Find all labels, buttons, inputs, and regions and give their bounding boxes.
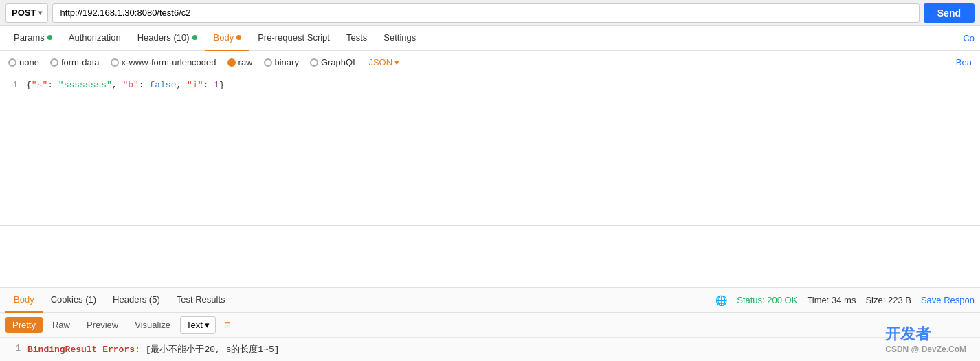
- radio-binary[interactable]: binary: [264, 57, 299, 67]
- save-response-button[interactable]: Save Respon: [921, 295, 975, 305]
- resp-tab-body-label: Body: [14, 294, 34, 305]
- resp-binding-value: [最小不能小于20, s的长度1~5]: [146, 344, 280, 355]
- json-format-label: JSON: [368, 57, 392, 67]
- request-tabs-bar: Params Authorization Headers (10) Body P…: [0, 26, 980, 51]
- code-colon-1: :: [47, 80, 58, 90]
- response-section: Body Cookies (1) Headers (5) Test Result…: [0, 287, 980, 361]
- code-comma-2: ,: [176, 80, 187, 90]
- resp-content-1: BindingResult Errors: [最小不能小于20, s的长度1~5…: [27, 343, 280, 355]
- code-key-s: "s": [32, 80, 47, 90]
- code-editor[interactable]: 1 {"s": "ssssssss", "b": false, "i": 1}: [0, 74, 980, 287]
- tab-body[interactable]: Body: [205, 26, 250, 51]
- headers-dot-icon: [192, 35, 197, 40]
- beautify-button[interactable]: Bea: [956, 57, 972, 67]
- tab-pre-request[interactable]: Pre-request Script: [249, 26, 338, 51]
- response-size: Size: 223 B: [865, 295, 911, 305]
- radio-urlencoded-label: x-www-form-urlencoded: [122, 57, 216, 67]
- radio-urlencoded-circle: [111, 58, 119, 67]
- response-time: Time: 34 ms: [807, 295, 856, 305]
- resp-tab-test-results[interactable]: Test Results: [168, 288, 234, 313]
- radio-raw[interactable]: raw: [227, 57, 253, 67]
- code-comma-1: ,: [112, 80, 123, 90]
- status-badge: Status: 200 OK: [737, 295, 797, 305]
- radio-binary-label: binary: [275, 57, 299, 67]
- method-label: POST: [12, 8, 36, 18]
- sub-tab-visualize-label: Visualize: [135, 320, 170, 330]
- tab-headers[interactable]: Headers (10): [129, 26, 205, 51]
- code-key-b: "b": [122, 80, 138, 90]
- params-dot-icon: [47, 35, 52, 40]
- text-dropdown-chevron-icon: ▾: [205, 320, 210, 330]
- body-type-bar: none form-data x-www-form-urlencoded raw…: [0, 51, 980, 74]
- sub-tab-preview-label: Preview: [87, 320, 118, 330]
- radio-binary-circle: [264, 58, 272, 67]
- response-tabs-bar: Body Cookies (1) Headers (5) Test Result…: [0, 288, 980, 313]
- resp-tab-body[interactable]: Body: [5, 288, 43, 313]
- sub-tab-raw-label: Raw: [52, 320, 70, 330]
- resp-line-1: 1 BindingResult Errors: [最小不能小于20, s的长度1…: [8, 343, 972, 355]
- radio-form-data-label: form-data: [61, 57, 100, 67]
- radio-form-data[interactable]: form-data: [50, 57, 100, 67]
- code-colon-2: :: [139, 80, 150, 90]
- code-content-1: {"s": "ssssssss", "b": false, "i": 1}: [26, 80, 225, 90]
- tab-params-label: Params: [14, 32, 45, 43]
- code-key-i: "i": [187, 80, 203, 90]
- tab-settings-label: Settings: [383, 32, 416, 43]
- radio-graphql-label: GraphQL: [321, 57, 357, 67]
- radio-raw-label: raw: [238, 57, 253, 67]
- text-format-label: Text: [186, 320, 203, 330]
- resp-tab-cookies-label: Cookies (1): [51, 294, 96, 305]
- globe-icon: 🌐: [715, 295, 727, 306]
- radio-graphql-circle: [310, 58, 318, 67]
- tab-authorization[interactable]: Authorization: [60, 26, 129, 51]
- code-val-b: false: [149, 80, 176, 90]
- radio-graphql[interactable]: GraphQL: [310, 57, 357, 67]
- resp-tab-cookies[interactable]: Cookies (1): [43, 288, 104, 313]
- tab-pre-request-label: Pre-request Script: [258, 32, 330, 43]
- tab-tests[interactable]: Tests: [338, 26, 375, 51]
- response-body: 1 BindingResult Errors: [最小不能小于20, s的长度1…: [0, 338, 980, 361]
- method-select[interactable]: POST ▾: [5, 3, 48, 23]
- resp-binding-key: BindingResult Errors:: [27, 344, 146, 355]
- tab-headers-label: Headers (10): [137, 32, 190, 43]
- json-format-chevron-icon: ▾: [394, 57, 399, 67]
- sub-tab-preview[interactable]: Preview: [80, 317, 125, 333]
- filter-icon[interactable]: ≡: [224, 319, 230, 331]
- code-line-1: 1 {"s": "ssssssss", "b": false, "i": 1}: [0, 80, 980, 90]
- url-bar: POST ▾ Send: [0, 0, 980, 26]
- radio-urlencoded[interactable]: x-www-form-urlencoded: [111, 57, 216, 67]
- radio-none-circle: [8, 58, 16, 67]
- sub-tab-raw[interactable]: Raw: [45, 317, 77, 333]
- text-format-dropdown[interactable]: Text ▾: [180, 316, 216, 334]
- tab-authorization-label: Authorization: [69, 32, 121, 43]
- line-number-1: 1: [5, 80, 26, 90]
- editor-area[interactable]: 1 {"s": "ssssssss", "b": false, "i": 1}: [0, 74, 980, 226]
- method-chevron-icon: ▾: [38, 9, 42, 17]
- radio-none-label: none: [19, 57, 39, 67]
- body-dot-icon: [236, 35, 241, 40]
- tab-settings[interactable]: Settings: [375, 26, 424, 51]
- url-input[interactable]: [52, 3, 919, 23]
- tab-params[interactable]: Params: [5, 26, 60, 51]
- code-colon-3: :: [203, 80, 214, 90]
- radio-raw-circle: [227, 58, 236, 67]
- resp-tab-test-results-label: Test Results: [177, 294, 225, 305]
- code-val-i: 1: [214, 80, 219, 90]
- tab-body-label: Body: [214, 32, 234, 43]
- code-brace-open: {: [26, 80, 32, 90]
- send-button[interactable]: Send: [924, 3, 975, 23]
- radio-none[interactable]: none: [8, 57, 39, 67]
- sub-tab-pretty-label: Pretty: [12, 320, 36, 330]
- tab-right-link[interactable]: Co: [963, 33, 975, 43]
- response-meta: 🌐 Status: 200 OK Time: 34 ms Size: 223 B…: [715, 295, 975, 306]
- code-val-s: "ssssssss": [58, 80, 112, 90]
- json-format-select[interactable]: JSON ▾: [368, 57, 399, 67]
- resp-line-num-1: 1: [8, 343, 27, 353]
- code-brace-close: }: [219, 80, 225, 90]
- response-sub-tabs: Pretty Raw Preview Visualize Text ▾ ≡: [0, 313, 980, 338]
- resp-tab-headers[interactable]: Headers (5): [104, 288, 168, 313]
- tab-tests-label: Tests: [346, 32, 367, 43]
- sub-tab-visualize[interactable]: Visualize: [128, 317, 177, 333]
- radio-form-data-circle: [50, 58, 58, 67]
- sub-tab-pretty[interactable]: Pretty: [5, 317, 43, 333]
